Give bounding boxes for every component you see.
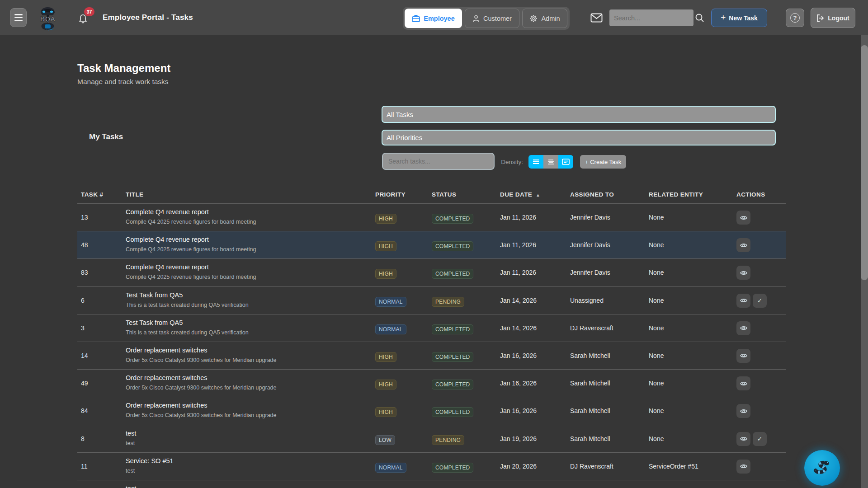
new-task-label: New Task bbox=[729, 14, 758, 22]
view-task-button[interactable] bbox=[736, 460, 750, 474]
app-title: Employee Portal - Tasks bbox=[103, 0, 193, 35]
cell-assigned-to: Sarah Mitchell bbox=[570, 397, 610, 424]
cell-due-date: Jan 20, 2026 bbox=[500, 453, 537, 480]
cell-task-num: 49 bbox=[81, 370, 88, 397]
col-actions: ACTIONS bbox=[736, 191, 765, 198]
table-row[interactable]: 83 Complete Q4 revenue report Compile Q4… bbox=[77, 259, 786, 286]
cell-title: Test Task from QA5 bbox=[126, 291, 183, 299]
density-control bbox=[528, 155, 573, 169]
logout-icon bbox=[816, 14, 825, 22]
col-priority[interactable]: PRIORITY bbox=[375, 191, 406, 198]
table-row[interactable]: 49 Order replacement switches Order 5x C… bbox=[77, 370, 786, 397]
cell-assigned-to: DJ Ravenscraft bbox=[570, 314, 613, 342]
cell-due-date: Jan 11, 2026 bbox=[500, 231, 536, 258]
tab-employee[interactable]: Employee bbox=[405, 9, 462, 28]
priority-badge: HIGH bbox=[375, 269, 396, 279]
density-compact-button[interactable] bbox=[528, 155, 543, 169]
cell-task-num: 6 bbox=[81, 287, 85, 314]
status-badge: COMPLETED bbox=[432, 214, 473, 224]
table-row[interactable]: 48 Complete Q4 revenue report Compile Q4… bbox=[77, 231, 786, 259]
cell-due-date: Jan 14, 2026 bbox=[500, 287, 537, 314]
logout-label: Logout bbox=[828, 14, 849, 22]
col-due-date[interactable]: DUE DATE▲ bbox=[500, 191, 540, 198]
table-row[interactable]: 3 Test Task from QA5 This is a test task… bbox=[77, 314, 786, 342]
density-compact-icon bbox=[533, 159, 539, 164]
priority-filter-select[interactable]: All Priorities bbox=[382, 130, 776, 145]
status-badge: COMPLETED bbox=[432, 324, 473, 334]
cell-description: test bbox=[126, 468, 135, 474]
task-filter-select[interactable]: All Tasks bbox=[382, 106, 776, 123]
cell-due-date: Jan 11, 2026 bbox=[500, 259, 536, 286]
cell-description: Order 5x Cisco Catalyst 9300 switches fo… bbox=[126, 357, 276, 363]
complete-task-button[interactable]: ✓ bbox=[753, 432, 767, 446]
cell-assigned-to: Sarah Mitchell bbox=[570, 342, 610, 369]
cell-due-date: Jan 19, 2026 bbox=[500, 425, 537, 452]
table-row[interactable]: 11 Service: SO #51 test NORMAL COMPLETED… bbox=[77, 453, 786, 480]
cell-title: Complete Q4 revenue report bbox=[126, 236, 209, 243]
cell-title: Complete Q4 revenue report bbox=[126, 263, 209, 271]
cell-task-num: 3 bbox=[81, 314, 85, 342]
search-icon[interactable] bbox=[695, 13, 704, 23]
table-row[interactable]: 8 test test LOW PENDING Jan 19, 2026 Sar… bbox=[77, 425, 786, 453]
status-badge: COMPLETED bbox=[432, 241, 473, 251]
complete-task-button[interactable]: ✓ bbox=[753, 294, 767, 308]
svg-text:BQA: BQA bbox=[40, 15, 56, 23]
cell-due-date: Jan 16, 2026 bbox=[500, 397, 537, 424]
cell-task-num: 14 bbox=[81, 342, 88, 369]
priority-badge: HIGH bbox=[375, 380, 396, 389]
page-title: Task Management bbox=[77, 62, 170, 75]
view-task-button[interactable] bbox=[736, 404, 750, 418]
cell-description: Compile Q4 2025 revenue figures for boar… bbox=[126, 246, 256, 253]
create-task-button[interactable]: + Create Task bbox=[580, 155, 626, 169]
mail-icon[interactable] bbox=[590, 13, 603, 23]
view-task-button[interactable] bbox=[736, 376, 750, 390]
cell-related-entity: None bbox=[649, 287, 664, 314]
cell-due-date: Jan 11, 2026 bbox=[500, 204, 536, 231]
cell-description: Order 5x Cisco Catalyst 9300 switches fo… bbox=[126, 412, 276, 418]
density-comfortable-button[interactable] bbox=[543, 155, 558, 169]
priority-badge: HIGH bbox=[375, 214, 396, 224]
table-row[interactable]: 14 Order replacement switches Order 5x C… bbox=[77, 342, 786, 370]
header-search-input[interactable] bbox=[609, 9, 693, 26]
view-task-button[interactable] bbox=[736, 432, 750, 446]
density-card-button[interactable] bbox=[558, 155, 573, 169]
assistant-fab-button[interactable] bbox=[804, 450, 840, 486]
table-row[interactable]: 13 Complete Q4 revenue report Compile Q4… bbox=[77, 204, 786, 231]
view-task-button[interactable] bbox=[736, 294, 750, 308]
tab-customer[interactable]: Customer bbox=[465, 9, 519, 28]
plus-icon: + bbox=[721, 13, 726, 23]
help-button[interactable]: ? bbox=[786, 9, 804, 27]
view-task-button[interactable] bbox=[736, 321, 750, 335]
gear-icon bbox=[529, 14, 538, 23]
table-row[interactable]: 6 Test Task from QA5 This is a test task… bbox=[77, 287, 786, 314]
eye-icon bbox=[740, 436, 747, 441]
cell-related-entity: None bbox=[649, 397, 664, 424]
view-task-button[interactable] bbox=[736, 349, 750, 363]
hamburger-menu-button[interactable] bbox=[10, 8, 27, 27]
col-title[interactable]: TITLE bbox=[126, 191, 144, 198]
cell-title: Order replacement switches bbox=[126, 347, 208, 354]
col-task-num[interactable]: TASK # bbox=[81, 191, 103, 198]
table-row[interactable]: 84 Order replacement switches Order 5x C… bbox=[77, 397, 786, 425]
view-task-button[interactable] bbox=[736, 211, 750, 225]
scrollbar-thumb[interactable] bbox=[861, 45, 868, 280]
cell-related-entity: ServiceOrder #51 bbox=[649, 453, 698, 480]
col-assigned-to[interactable]: ASSIGNED TO bbox=[570, 191, 614, 198]
view-task-button[interactable] bbox=[736, 238, 750, 252]
table-row[interactable]: test bbox=[77, 480, 786, 488]
eye-icon bbox=[740, 243, 747, 248]
status-badge: COMPLETED bbox=[432, 380, 473, 389]
tab-admin-label: Admin bbox=[541, 15, 560, 22]
col-status[interactable]: STATUS bbox=[432, 191, 456, 198]
view-task-button[interactable] bbox=[736, 266, 750, 280]
cell-task-num: 83 bbox=[81, 259, 88, 286]
cell-related-entity: None bbox=[649, 425, 664, 452]
task-search-input[interactable] bbox=[382, 153, 495, 170]
cell-task-num: 11 bbox=[81, 453, 88, 480]
eye-icon bbox=[740, 215, 747, 221]
question-icon: ? bbox=[790, 13, 800, 23]
col-related-entity[interactable]: RELATED ENTITY bbox=[649, 191, 703, 198]
new-task-button[interactable]: +New Task bbox=[711, 9, 767, 27]
tab-admin[interactable]: Admin bbox=[522, 9, 567, 28]
logout-button[interactable]: Logout bbox=[811, 8, 855, 28]
